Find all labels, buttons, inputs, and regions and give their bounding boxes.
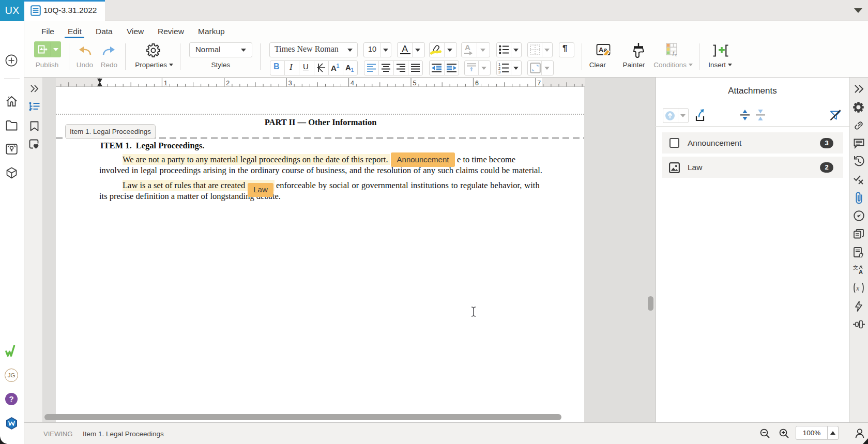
svg-text:x: x	[856, 284, 859, 292]
svg-text:1: 1	[164, 80, 167, 87]
svg-text:3: 3	[288, 80, 292, 87]
svg-text:A: A	[859, 269, 863, 275]
svg-text:6: 6	[475, 80, 479, 87]
svg-text:2: 2	[226, 80, 230, 87]
svg-text:4: 4	[351, 80, 354, 87]
svg-text:7: 7	[537, 80, 541, 87]
svg-text:x: x	[675, 53, 677, 57]
svg-text:5: 5	[413, 80, 417, 87]
svg-text:3: 3	[498, 70, 500, 73]
svg-text:文: 文	[853, 265, 858, 270]
